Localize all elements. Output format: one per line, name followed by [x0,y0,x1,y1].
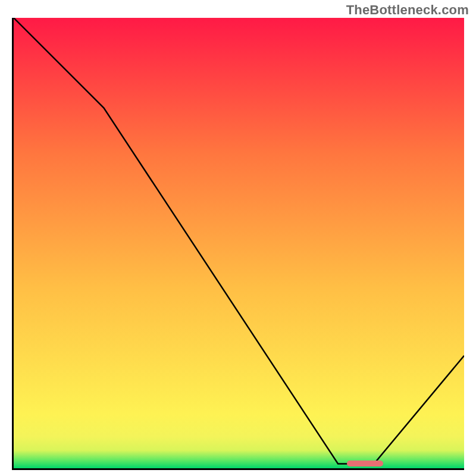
svg-rect-0 [14,18,464,468]
optimal-marker [347,461,383,466]
chart-container: TheBottleneck.com [0,0,476,476]
watermark-text: TheBottleneck.com [346,2,469,18]
background-gradient [14,18,464,468]
plot-area [12,18,464,470]
